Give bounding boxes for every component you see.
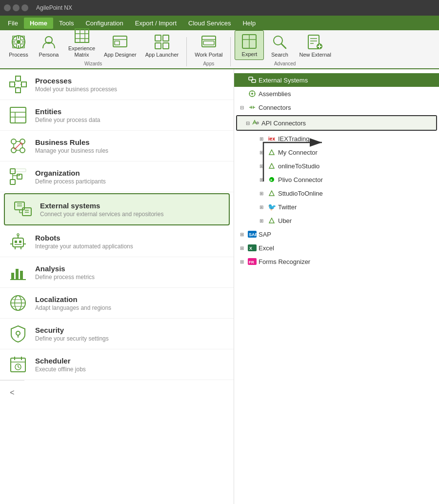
svg-point-53 — [20, 148, 25, 153]
svg-text:X: X — [249, 246, 252, 251]
scheduler-text: Scheduler Execute offline jobs — [35, 357, 226, 373]
tree-item-forms-recognizer[interactable]: ⊞ FR Forms Recognizer — [234, 255, 439, 268]
api-connectors-icon — [251, 119, 259, 127]
toolbar-group-wizards-label: Wizards — [82, 61, 104, 66]
nav-item-entities[interactable]: Entities Define your process data — [0, 100, 234, 131]
svg-rect-63 — [10, 180, 15, 184]
toolbar-btn-app-launcher[interactable]: App Launcher — [141, 31, 183, 60]
svg-rect-89 — [11, 273, 14, 280]
toolbar: Process Persona — [0, 30, 439, 69]
svg-text:✗: ✗ — [20, 142, 23, 146]
svg-point-111 — [251, 93, 253, 95]
expand-icon: ⊞ — [258, 217, 265, 224]
security-icon — [8, 323, 28, 344]
toolbar-btn-process[interactable]: Process — [4, 31, 33, 60]
organization-subtitle: Define process participants — [35, 178, 226, 185]
tree-item-assemblies[interactable]: Assemblies — [234, 87, 439, 101]
svg-rect-90 — [16, 269, 19, 280]
tree-item-sttudio-to-online[interactable]: ⊞ SttudioToOnline — [234, 186, 439, 200]
search-icon — [271, 33, 288, 51]
nav-item-external-systems[interactable]: External systems Connect your external s… — [4, 193, 230, 225]
expand-icon: ⊞ — [258, 189, 265, 197]
expand-icon: ⊞ — [258, 203, 265, 211]
robots-text: Robots Integrate your automated applicat… — [35, 234, 226, 250]
toolbar-group-advanced-label: Advanced — [272, 61, 298, 66]
expand-icon: ⊞ — [258, 135, 265, 142]
svg-rect-81 — [19, 241, 21, 243]
expand-icon: ⊞ — [258, 148, 265, 156]
entities-text: Entities Define your process data — [35, 107, 226, 123]
svg-rect-62 — [10, 169, 15, 174]
expand-icon — [238, 90, 246, 98]
svg-rect-39 — [16, 76, 20, 81]
experience-matrix-icon — [73, 27, 91, 44]
svg-text:SAP: SAP — [249, 232, 257, 237]
tree-item-external-systems[interactable]: External Systems — [234, 73, 439, 87]
toolbar-divider-2 — [230, 37, 231, 66]
robots-icon — [8, 231, 28, 252]
tree-item-plivo-connector[interactable]: ⊞ a Plivo Connector — [234, 173, 439, 186]
svg-marker-121 — [269, 163, 274, 168]
nav-item-analysis[interactable]: Analysis Define process metrics — [0, 257, 234, 288]
tree-item-connectors[interactable]: ⊟ Connectors — [234, 101, 439, 114]
tree-item-uber[interactable]: ⊞ Uber — [234, 214, 439, 227]
tree-item-iextrading[interactable]: ⊞ iex IEXTrading — [234, 132, 439, 145]
localization-subtitle: Adapt languages and regions — [35, 304, 226, 311]
toolbar-btn-app-designer[interactable]: App Designer — [100, 31, 140, 60]
tree-item-sap[interactable]: ⊞ SAP SAP — [234, 227, 439, 241]
svg-line-106 — [18, 367, 20, 368]
expert-icon — [240, 33, 258, 50]
svg-marker-124 — [269, 191, 274, 196]
business-rules-title: Business Rules — [35, 138, 226, 146]
nav-item-business-rules[interactable]: ✓ ✗ Business Rules Manage your business … — [0, 131, 234, 161]
nav-item-organization[interactable]: Organization Define process participants — [0, 161, 234, 192]
nav-item-security[interactable]: Security Define your security settings — [0, 319, 234, 349]
app-launcher-label: App Launcher — [145, 52, 179, 58]
tree-item-twitter[interactable]: ⊞ 🐦 Twitter — [234, 200, 439, 214]
svg-rect-38 — [10, 82, 15, 87]
left-panel: Processes Model your business processes … — [0, 69, 234, 504]
entities-subtitle: Define your process data — [35, 117, 226, 123]
expand-icon: ⊞ — [238, 258, 246, 265]
business-rules-text: Business Rules Manage your business rule… — [35, 138, 226, 154]
uber-label: Uber — [278, 217, 435, 224]
title-bar-dot — [21, 4, 28, 11]
nav-item-processes[interactable]: Processes Model your business processes — [0, 69, 234, 100]
organization-text: Organization Define process participants — [35, 169, 226, 185]
forms-recognizer-label: Forms Recognizer — [259, 258, 435, 265]
tree-item-online-to-studio[interactable]: ⊞ onlineToStudio — [234, 159, 439, 173]
security-title: Security — [35, 326, 226, 334]
entities-title: Entities — [35, 107, 226, 116]
toolbar-btn-experience-matrix[interactable]: Experience Matrix — [64, 25, 99, 60]
toolbar-btn-search[interactable]: Search — [265, 31, 294, 60]
nav-item-scheduler[interactable]: Scheduler Execute offline jobs — [0, 349, 234, 380]
menu-cloud-services[interactable]: Cloud Services — [182, 18, 237, 29]
localization-text: Localization Adapt languages and regions — [35, 295, 226, 311]
toolbar-btn-persona[interactable]: Persona — [34, 31, 63, 60]
api-expand-icon: ⊟ — [241, 119, 249, 127]
collapse-icon: < — [10, 388, 14, 397]
toolbar-btn-work-portal[interactable]: Work Portal — [191, 31, 226, 60]
scheduler-subtitle: Execute offline jobs — [35, 366, 226, 373]
svg-point-98 — [16, 331, 20, 335]
nav-item-robots[interactable]: Robots Integrate your automated applicat… — [0, 226, 234, 257]
toolbar-btn-expert[interactable]: Expert — [235, 30, 264, 60]
toolbar-btn-new-external[interactable]: New External — [295, 31, 335, 60]
nav-item-localization[interactable]: Localization Adapt languages and regions — [0, 288, 234, 319]
my-connector-icon — [267, 148, 276, 157]
svg-text:✓: ✓ — [15, 149, 18, 153]
organization-title: Organization — [35, 169, 226, 177]
title-bar: AgilePoint NX — [0, 0, 439, 16]
tree-item-my-connector[interactable]: ⊞ My Connector — [234, 145, 439, 159]
tree-item-api-connectors[interactable]: ⊟ API Connectors — [237, 116, 436, 130]
tree-item-excel[interactable]: ⊞ X Excel — [234, 241, 439, 255]
external-systems-subtitle: Connect your external services and repos… — [40, 211, 221, 218]
work-portal-icon — [200, 33, 218, 51]
menu-help[interactable]: Help — [237, 18, 261, 29]
collapse-panel-btn[interactable]: < — [0, 380, 24, 405]
app-title: AgilePoint NX — [36, 4, 72, 11]
processes-text: Processes Model your business processes — [35, 77, 226, 93]
expand-icon: ⊞ — [238, 244, 246, 252]
forms-recognizer-icon: FR — [248, 257, 257, 266]
api-connectors-label: API Connectors — [261, 120, 432, 127]
